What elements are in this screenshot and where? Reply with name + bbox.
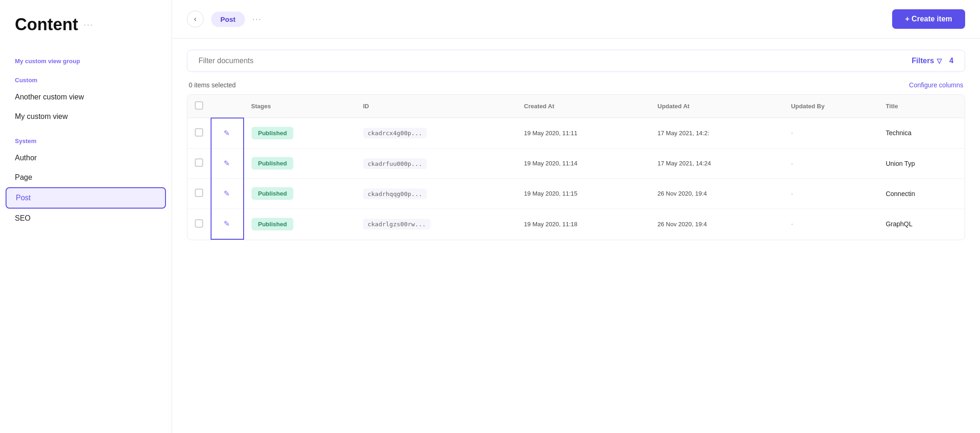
configure-columns-button[interactable]: Configure columns: [909, 81, 963, 89]
row-checkbox-cell: [187, 178, 211, 209]
row-edit-cell: ✎: [211, 118, 244, 149]
filter-bar: Filters ▽ 4: [187, 50, 965, 72]
updated-by-cell: -: [783, 209, 878, 239]
updated-by-cell: -: [783, 178, 878, 209]
filter-icon: ▽: [937, 57, 942, 65]
edit-row-button[interactable]: ✎: [219, 216, 234, 231]
custom-view-group-label: My custom view group: [0, 49, 172, 68]
stage-badge: Published: [252, 187, 293, 200]
created-at-cell: 19 May 2020, 11:11: [516, 118, 650, 149]
id-col-header: ID: [356, 95, 516, 118]
post-tab[interactable]: Post: [211, 12, 245, 27]
sidebar-item-page[interactable]: Page: [0, 168, 172, 187]
edit-row-button[interactable]: ✎: [219, 126, 234, 141]
filter-count: 4: [949, 57, 954, 65]
created-at-col-header: Created At: [516, 95, 650, 118]
stage-badge: Published: [252, 157, 293, 170]
filters-button[interactable]: Filters ▽: [912, 57, 942, 65]
updated-by-cell: -: [783, 148, 878, 178]
select-all-header: [187, 95, 211, 118]
topbar: ‹ Post ··· + Create item: [172, 0, 980, 39]
row-checkbox[interactable]: [195, 189, 203, 197]
pencil-icon: ✎: [224, 129, 230, 138]
content-area: Filters ▽ 4 0 items selected Configure c…: [172, 39, 980, 433]
create-item-button[interactable]: + Create item: [892, 9, 965, 29]
table-row: ✎ Published ckadrfuu000p... 19 May 2020,…: [187, 148, 965, 178]
filter-input[interactable]: [199, 57, 912, 65]
sidebar-dots[interactable]: ···: [84, 20, 93, 30]
stage-cell: Published: [244, 209, 356, 239]
sidebar: Content ··· My custom view group Custom …: [0, 0, 172, 433]
items-selected: 0 items selected: [189, 81, 236, 89]
id-value: ckadrcx4g00p...: [363, 128, 427, 138]
row-checkbox[interactable]: [195, 158, 203, 167]
updated-at-cell: 26 Nov 2020, 19:4: [650, 178, 783, 209]
table-row: ✎ Published ckadrlgzs00rw... 19 May 2020…: [187, 209, 965, 239]
title-cell: Technica: [878, 118, 965, 149]
edit-row-button[interactable]: ✎: [219, 156, 234, 171]
row-edit-cell: ✎: [211, 148, 244, 178]
updated-at-cell: 17 May 2021, 14:2:: [650, 118, 783, 149]
updated-by-cell: -: [783, 118, 878, 149]
created-at-cell: 19 May 2020, 11:14: [516, 148, 650, 178]
title-col-header: Title: [878, 95, 965, 118]
title-cell: Connectin: [878, 178, 965, 209]
id-value: ckadrhqqg00p...: [363, 189, 427, 199]
sidebar-title: Content: [15, 15, 78, 34]
updated-at-cell: 26 Nov 2020, 19:4: [650, 209, 783, 239]
stage-badge: Published: [252, 127, 293, 139]
back-button[interactable]: ‹: [187, 11, 204, 27]
stages-col-header: Stages: [244, 95, 356, 118]
title-cell: Union Typ: [878, 148, 965, 178]
sidebar-item-seo[interactable]: SEO: [0, 209, 172, 228]
stage-cell: Published: [244, 148, 356, 178]
updated-at-col-header: Updated At: [650, 95, 783, 118]
select-all-checkbox[interactable]: [195, 101, 203, 110]
created-at-cell: 19 May 2020, 11:18: [516, 209, 650, 239]
sidebar-item-author[interactable]: Author: [0, 148, 172, 168]
id-value: ckadrlgzs00rw...: [363, 219, 430, 230]
row-checkbox-cell: [187, 148, 211, 178]
id-cell: ckadrlgzs00rw...: [356, 209, 516, 239]
created-at-cell: 19 May 2020, 11:15: [516, 178, 650, 209]
id-cell: ckadrhqqg00p...: [356, 178, 516, 209]
id-value: ckadrfuu000p...: [363, 158, 427, 169]
updated-by-col-header: Updated By: [783, 95, 878, 118]
sidebar-item-my-custom-view[interactable]: My custom view: [0, 107, 172, 126]
title-cell: GraphQL: [878, 209, 965, 239]
sidebar-item-another-custom-view[interactable]: Another custom view: [0, 87, 172, 107]
row-checkbox-cell: [187, 118, 211, 149]
chevron-left-icon: ‹: [194, 15, 196, 23]
pencil-icon: ✎: [224, 189, 230, 198]
table-row: ✎ Published ckadrcx4g00p... 19 May 2020,…: [187, 118, 965, 149]
main-content: ‹ Post ··· + Create item Filters ▽ 4 0 i…: [172, 0, 980, 433]
row-checkbox[interactable]: [195, 128, 203, 137]
row-checkbox[interactable]: [195, 219, 203, 228]
updated-at-cell: 17 May 2021, 14:24: [650, 148, 783, 178]
custom-label: Custom: [0, 68, 172, 87]
sidebar-item-post[interactable]: Post: [6, 187, 166, 209]
table-meta: 0 items selected Configure columns: [187, 81, 965, 89]
stage-cell: Published: [244, 118, 356, 149]
table-row: ✎ Published ckadrhqqg00p... 19 May 2020,…: [187, 178, 965, 209]
row-edit-cell: ✎: [211, 209, 244, 239]
row-edit-cell: ✎: [211, 178, 244, 209]
topbar-dots[interactable]: ···: [252, 14, 262, 24]
pencil-icon: ✎: [224, 159, 230, 168]
pencil-icon: ✎: [224, 219, 230, 228]
id-cell: ckadrfuu000p...: [356, 148, 516, 178]
system-label: System: [0, 126, 172, 148]
row-checkbox-cell: [187, 209, 211, 239]
edit-col-header: [211, 95, 244, 118]
edit-row-button[interactable]: ✎: [219, 186, 234, 201]
data-table: Stages ID Created At Updated At Updated …: [187, 94, 965, 240]
stage-cell: Published: [244, 178, 356, 209]
stage-badge: Published: [252, 218, 293, 230]
id-cell: ckadrcx4g00p...: [356, 118, 516, 149]
